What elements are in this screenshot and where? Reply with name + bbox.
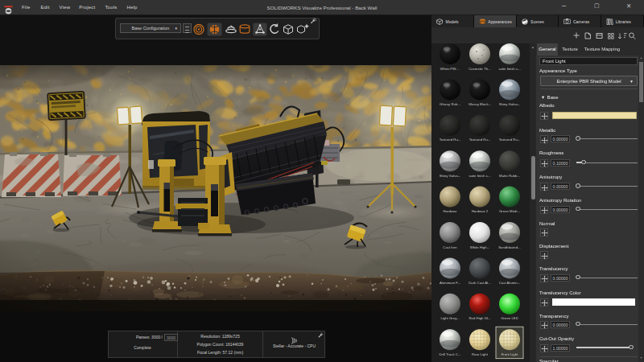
svg-text:Red High Gl...: Red High Gl... [469, 316, 491, 320]
svg-text:Green Medi...: Green Medi... [499, 209, 520, 213]
svg-text:Shiny Galva...: Shiny Galva... [440, 174, 461, 178]
svg-text:Shiny Galva...: Shiny Galva... [499, 102, 521, 106]
svg-text:Glossy Black...: Glossy Black... [469, 102, 491, 106]
svg-text:Green LED: Green LED [501, 316, 518, 320]
svg-text:Hardwax 2: Hardwax 2 [472, 209, 489, 213]
svg-text:Glossy Rub...: Glossy Rub... [440, 102, 460, 106]
svg-text:Sandblasted...: Sandblasted... [498, 245, 520, 249]
svg-text:Cosmetic Th...: Cosmetic Th... [469, 67, 491, 71]
svg-text:Matte Rubb...: Matte Rubb... [499, 174, 520, 178]
svg-text:White High...: White High... [470, 245, 490, 249]
svg-text:Light Grey...: Light Grey... [440, 316, 459, 320]
svg-text:Hardwax: Hardwax [444, 209, 458, 213]
svg-text:satin finish s...: satin finish s... [498, 67, 520, 71]
svg-text:Dark Cast Al...: Dark Cast Al... [469, 281, 490, 285]
svg-text:Textured Ru...: Textured Ru... [469, 138, 491, 142]
svg-text:White-PW-...: White-PW-... [440, 67, 460, 71]
svg-text:Rear Light: Rear Light [472, 352, 489, 356]
svg-text:Textured Ru...: Textured Ru... [499, 138, 521, 142]
svg-text:Front Light: Front Light [502, 352, 518, 356]
svg-text:Textured Ru...: Textured Ru... [440, 138, 461, 142]
svg-text:Drill Track C...: Drill Track C... [440, 352, 461, 356]
svg-text:Aluminum F...: Aluminum F... [440, 281, 460, 285]
svg-text:Cast Alumin...: Cast Alumin... [499, 281, 521, 285]
svg-text:satin finish s...: satin finish s... [469, 174, 490, 178]
svg-text:Cast Iron: Cast Iron [443, 245, 457, 249]
